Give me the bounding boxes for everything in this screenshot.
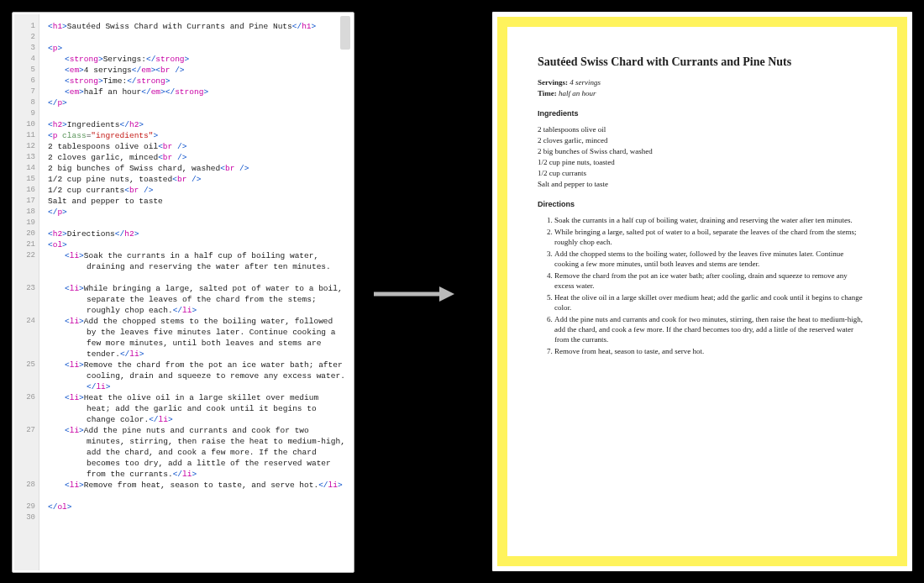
line-number: 17 bbox=[14, 196, 35, 207]
code-line[interactable]: <strong>Time:</strong> bbox=[48, 76, 347, 87]
code-line[interactable]: 1/2 cup pine nuts, toasted<br /> bbox=[48, 174, 347, 185]
comparison-stage: 1234567891011121314151617181920212223242… bbox=[0, 0, 924, 583]
line-number: 8 bbox=[14, 97, 35, 108]
servings-label: Servings: bbox=[538, 78, 568, 87]
direction-step: Remove the chard from the pot an ice wat… bbox=[554, 270, 867, 291]
line-number: 19 bbox=[14, 218, 35, 228]
ingredient-line: 1/2 cup currants bbox=[538, 168, 867, 179]
ingredient-line: 2 tablespoons olive oil bbox=[538, 124, 867, 135]
code-editor-panel: 1234567891011121314151617181920212223242… bbox=[12, 12, 354, 573]
code-line[interactable] bbox=[48, 32, 347, 43]
time-label: Time: bbox=[538, 89, 557, 97]
code-line[interactable]: 2 cloves garlic, minced<br /> bbox=[48, 152, 347, 163]
servings-value: 4 servings bbox=[570, 78, 601, 87]
code-line[interactable]: Salt and pepper to taste bbox=[48, 196, 347, 207]
rendered-page: Sautéed Swiss Chard with Currants and Pi… bbox=[507, 27, 897, 556]
line-number: 18 bbox=[14, 207, 35, 218]
time-value: half an hour bbox=[559, 89, 596, 97]
servings-line: Servings: 4 servings bbox=[538, 77, 867, 88]
code-line[interactable]: <li>Soak the currants in a half cup of b… bbox=[48, 250, 347, 283]
code-line[interactable]: </p> bbox=[48, 207, 347, 218]
ingredient-line: 2 big bunches of Swiss chard, washed bbox=[538, 146, 867, 157]
code-text-area[interactable]: <h1>Sautéed Swiss Chard with Currants an… bbox=[39, 14, 352, 570]
code-line[interactable]: 2 tablespoons olive oil<br /> bbox=[48, 141, 347, 152]
line-number: 9 bbox=[14, 108, 35, 119]
ingredient-line: Salt and pepper to taste bbox=[538, 179, 867, 190]
line-number: 28 bbox=[14, 480, 35, 502]
arrow-icon bbox=[374, 286, 454, 302]
rendered-preview-panel: Sautéed Swiss Chard with Currants and Pi… bbox=[492, 12, 912, 571]
line-number: 27 bbox=[14, 425, 35, 480]
svg-marker-1 bbox=[439, 286, 454, 302]
line-number: 10 bbox=[14, 119, 35, 130]
code-line[interactable]: <h2>Ingredients</h2> bbox=[48, 119, 347, 130]
direction-step: Add the pine nuts and currants and cook … bbox=[554, 314, 867, 344]
code-line[interactable]: </ol> bbox=[48, 502, 347, 512]
code-line[interactable]: <li>Remove from heat, season to taste, a… bbox=[48, 480, 347, 502]
ingredients-block: 2 tablespoons olive oil2 cloves garlic, … bbox=[538, 124, 867, 190]
code-line[interactable]: <p class="ingredients"> bbox=[48, 130, 347, 141]
line-number: 25 bbox=[14, 360, 35, 392]
line-number: 7 bbox=[14, 87, 35, 97]
direction-step: Soak the currants in a half cup of boili… bbox=[554, 215, 867, 225]
line-number: 12 bbox=[14, 141, 35, 152]
line-number-gutter: 1234567891011121314151617181920212223242… bbox=[14, 14, 39, 570]
code-line[interactable]: </p> bbox=[48, 97, 347, 108]
ingredient-line: 1/2 cup pine nuts, toasted bbox=[538, 157, 867, 168]
code-line[interactable]: <li>Add the pine nuts and currants and c… bbox=[48, 425, 347, 480]
line-number: 24 bbox=[14, 316, 35, 360]
code-line[interactable] bbox=[48, 218, 347, 228]
scrollbar-thumb[interactable] bbox=[340, 16, 350, 50]
line-number: 22 bbox=[14, 250, 35, 283]
line-number: 15 bbox=[14, 174, 35, 185]
code-line[interactable]: <li>Heat the olive oil in a large skille… bbox=[48, 392, 347, 425]
code-line[interactable]: <li>Add the chopped stems to the boiling… bbox=[48, 316, 347, 360]
direction-step: Add the chopped stems to the boiling wat… bbox=[554, 249, 867, 269]
code-line[interactable]: <em>half an hour</em></strong> bbox=[48, 87, 347, 97]
direction-step: Remove from heat, season to taste, and s… bbox=[554, 346, 867, 356]
code-line[interactable] bbox=[48, 512, 347, 523]
directions-heading: Directions bbox=[538, 200, 867, 208]
code-line[interactable]: <em>4 servings</em><br /> bbox=[48, 65, 347, 76]
time-line: Time: half an hour bbox=[538, 88, 867, 99]
line-number: 3 bbox=[14, 43, 35, 54]
line-number: 20 bbox=[14, 228, 35, 239]
code-line[interactable]: <h1>Sautéed Swiss Chard with Currants an… bbox=[48, 21, 347, 32]
code-line[interactable]: 2 big bunches of Swiss chard, washed<br … bbox=[48, 163, 347, 174]
code-line[interactable]: <h2>Directions</h2> bbox=[48, 228, 347, 239]
line-number: 14 bbox=[14, 163, 35, 174]
code-line[interactable]: <strong>Servings:</strong> bbox=[48, 54, 347, 65]
ingredients-heading: Ingredients bbox=[538, 109, 867, 118]
code-line[interactable]: 1/2 cup currants<br /> bbox=[48, 185, 347, 196]
code-line[interactable]: <p> bbox=[48, 43, 347, 54]
line-number: 29 bbox=[14, 502, 35, 512]
code-line[interactable]: <ol> bbox=[48, 239, 347, 250]
code-line[interactable] bbox=[48, 108, 347, 119]
line-number: 1 bbox=[14, 21, 35, 32]
line-number: 6 bbox=[14, 76, 35, 87]
line-number: 13 bbox=[14, 152, 35, 163]
line-number: 11 bbox=[14, 130, 35, 141]
direction-step: While bringing a large, salted pot of wa… bbox=[554, 227, 867, 247]
line-number: 16 bbox=[14, 185, 35, 196]
direction-step: Heat the olive oil in a large skillet ov… bbox=[554, 292, 867, 313]
recipe-title: Sautéed Swiss Chard with Currants and Pi… bbox=[538, 55, 867, 69]
line-number: 4 bbox=[14, 54, 35, 65]
line-number: 26 bbox=[14, 392, 35, 425]
line-number: 2 bbox=[14, 32, 35, 43]
line-number: 30 bbox=[14, 512, 35, 523]
line-number: 5 bbox=[14, 65, 35, 76]
directions-list: Soak the currants in a half cup of boili… bbox=[538, 215, 867, 356]
ingredient-line: 2 cloves garlic, minced bbox=[538, 135, 867, 146]
line-number: 21 bbox=[14, 239, 35, 250]
code-line[interactable]: <li>While bringing a large, salted pot o… bbox=[48, 283, 347, 316]
line-number: 23 bbox=[14, 283, 35, 316]
code-line[interactable]: <li>Remove the chard from the pot an ice… bbox=[48, 360, 347, 392]
